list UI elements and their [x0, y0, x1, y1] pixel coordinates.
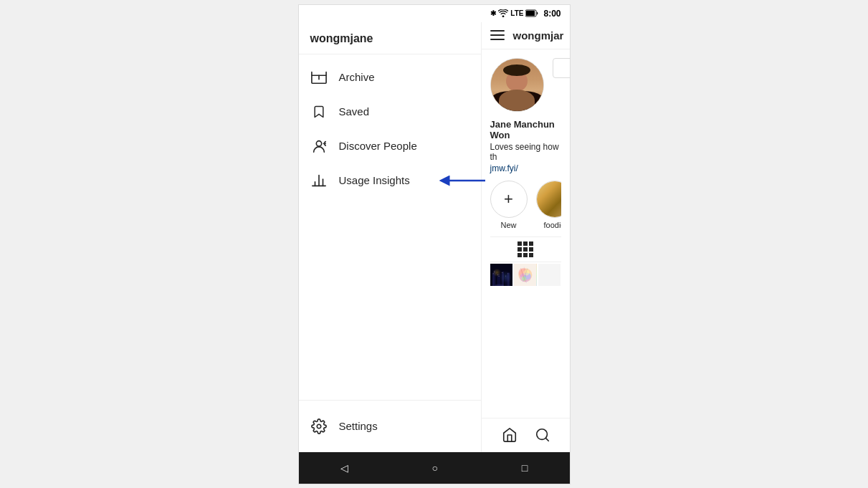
photo-colorful[interactable]: [514, 264, 537, 287]
sidebar-footer: Settings: [299, 400, 481, 452]
svg-line-5: [324, 141, 325, 142]
profile-info-row: [490, 58, 561, 112]
svg-rect-1: [526, 11, 535, 16]
sidebar: wongmjane Archive: [299, 22, 482, 452]
svg-rect-13: [490, 30, 505, 32]
android-home-button[interactable]: ○: [432, 462, 438, 474]
profile-link[interactable]: jmw.fyi/: [490, 163, 561, 173]
saved-label: Saved: [339, 105, 370, 118]
profile-right: [553, 58, 570, 81]
archive-icon: [310, 69, 328, 86]
svg-rect-28: [505, 275, 506, 276]
profile-bio: Loves seeing how th: [490, 142, 561, 162]
highlight-label-new: New: [500, 221, 516, 229]
svg-rect-18: [493, 270, 495, 286]
sidebar-header: wongmjane: [299, 22, 481, 54]
svg-rect-27: [502, 272, 502, 273]
svg-point-12: [317, 424, 321, 429]
content-area: wongmjane Archive: [299, 22, 570, 452]
settings-label: Settings: [339, 420, 378, 432]
bottom-nav: [482, 418, 570, 452]
svg-rect-21: [505, 274, 509, 286]
svg-rect-16: [490, 264, 513, 287]
search-button[interactable]: [526, 423, 559, 447]
android-nav: ◁ ○ □: [299, 452, 570, 484]
sidebar-item-insights[interactable]: Usage Insights: [299, 163, 481, 198]
archive-label: Archive: [339, 71, 375, 83]
svg-rect-26: [498, 276, 499, 277]
avatar-container: [490, 58, 544, 112]
avatar: [490, 58, 544, 112]
profile-username-topbar: wongmjar: [513, 29, 564, 42]
time-display: 8:00: [543, 9, 561, 19]
home-button[interactable]: [493, 423, 526, 447]
wifi-icon: [498, 9, 508, 17]
photo-empty: [538, 264, 561, 287]
svg-point-30: [495, 284, 504, 286]
blue-arrow-indicator: [439, 173, 489, 188]
svg-line-6: [324, 144, 325, 145]
android-recent-button[interactable]: □: [522, 462, 528, 474]
svg-rect-29: [507, 273, 508, 274]
status-bar: ✱ LTE 8:00: [299, 5, 570, 22]
profile-name: Jane Manchun Won: [490, 119, 561, 140]
status-icons: ✱ LTE 8:00: [490, 9, 561, 19]
svg-point-3: [316, 140, 321, 145]
insights-icon: [310, 172, 328, 189]
highlight-label-foodie: foodie: [544, 221, 561, 229]
edit-profile-btn-partial[interactable]: [553, 58, 570, 78]
highlight-foodie[interactable]: foodie: [536, 181, 561, 229]
svg-point-36: [524, 269, 530, 275]
svg-rect-23: [492, 273, 493, 274]
highlight-new[interactable]: + New: [490, 181, 528, 229]
svg-rect-14: [490, 34, 505, 36]
bookmark-icon: [310, 103, 328, 120]
battery-icon: [525, 9, 538, 17]
svg-rect-24: [494, 272, 495, 272]
photos-grid: [490, 264, 561, 287]
svg-rect-20: [501, 272, 503, 287]
settings-icon: [310, 418, 328, 435]
svg-rect-19: [497, 274, 500, 286]
profile-topbar: wongmjar: [482, 22, 570, 49]
sidebar-username: wongmjane: [310, 32, 373, 44]
bluetooth-icon: ✱: [490, 9, 496, 17]
highlight-circle-new: +: [490, 181, 528, 218]
grid-toggle[interactable]: [490, 236, 561, 262]
sidebar-item-saved[interactable]: Saved: [299, 95, 481, 129]
highlights-row: + New foodie: [490, 181, 561, 229]
svg-line-42: [545, 438, 548, 441]
highlight-circle-foodie: [536, 181, 561, 218]
svg-rect-15: [490, 39, 505, 40]
sidebar-item-settings[interactable]: Settings: [310, 409, 469, 444]
sidebar-menu: Archive Saved: [299, 54, 481, 400]
discover-label: Discover People: [339, 140, 417, 152]
avatar-face: [491, 59, 543, 111]
profile-panel: wongmjar: [482, 22, 570, 452]
svg-rect-22: [507, 272, 509, 286]
android-back-button[interactable]: ◁: [340, 462, 348, 474]
photo-night[interactable]: [490, 264, 513, 287]
signal-icon: LTE: [510, 9, 523, 17]
phone-container: ✱ LTE 8:00: [298, 4, 571, 484]
grid-icon: [518, 241, 533, 257]
svg-rect-17: [492, 272, 495, 286]
discover-icon: [310, 138, 328, 155]
svg-rect-25: [497, 274, 498, 275]
profile-body[interactable]: Jane Manchun Won Loves seeing how th jmw…: [482, 49, 570, 418]
hamburger-button[interactable]: [490, 30, 505, 40]
insights-label: Usage Insights: [339, 174, 410, 186]
photo-night-bg: [490, 264, 513, 287]
photo-colorful-bg: [514, 264, 537, 287]
sidebar-item-discover[interactable]: Discover People: [299, 129, 481, 163]
sidebar-item-archive[interactable]: Archive: [299, 60, 481, 95]
